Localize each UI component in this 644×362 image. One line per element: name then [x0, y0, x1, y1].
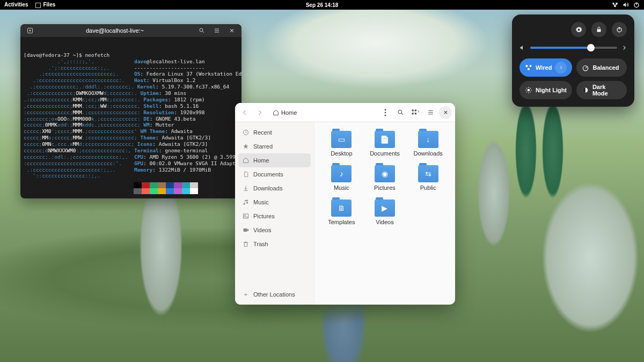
svg-rect-2 — [614, 5, 616, 7]
folder-label: Videos — [376, 219, 393, 225]
folder-label: Downloads — [413, 150, 442, 157]
sidebar-label: Starred — [253, 143, 273, 150]
svg-point-8 — [385, 114, 386, 116]
sidebar-item-starred[interactable]: Starred — [238, 139, 311, 153]
folder-label: Public — [420, 184, 436, 191]
dark-mode-toggle[interactable]: Dark Mode — [576, 81, 627, 99]
view-icon-button[interactable] — [409, 106, 422, 119]
svg-rect-17 — [244, 228, 247, 232]
back-button[interactable] — [238, 106, 251, 119]
sidebar-item-downloads[interactable]: Downloads — [238, 181, 311, 195]
files-sidebar: RecentStarredHomeDocumentsDownloadsMusic… — [235, 122, 314, 305]
svg-rect-1 — [616, 3, 618, 4]
folder-music[interactable]: ♪Music — [320, 165, 363, 200]
folder-pictures[interactable]: ◉Pictures — [363, 165, 407, 200]
svg-rect-15 — [244, 214, 248, 218]
clock[interactable]: Sep 26 14:18 — [306, 2, 339, 8]
settings-button[interactable] — [571, 22, 586, 37]
activities-button[interactable]: Activities — [4, 2, 28, 8]
file-grid[interactable]: ▭Desktop📄Documents↓Downloads♪Music◉Pictu… — [314, 122, 455, 305]
close-button[interactable] — [439, 106, 452, 119]
balanced-label: Balanced — [592, 64, 619, 71]
wired-toggle[interactable]: Wired — [519, 58, 572, 77]
svg-rect-0 — [613, 3, 614, 4]
sidebar-item-pictures[interactable]: Pictures — [238, 209, 311, 223]
balanced-toggle[interactable]: Balanced — [576, 58, 627, 77]
chevron-right-icon[interactable] — [621, 45, 627, 50]
volume-icon[interactable] — [623, 2, 629, 8]
search-button[interactable] — [195, 24, 208, 37]
doc-icon — [243, 171, 249, 178]
trash-icon — [243, 241, 249, 247]
view-list-button[interactable] — [424, 106, 437, 119]
svg-rect-20 — [526, 65, 528, 67]
terminal-titlebar[interactable]: dave@localhost-live:~ — [20, 24, 241, 37]
star-icon — [243, 143, 249, 150]
vid-icon — [243, 227, 249, 233]
folder-templates[interactable]: 🗎Templates — [320, 200, 363, 234]
sidebar-label: Trash — [253, 241, 268, 247]
sidebar-item-recent[interactable]: Recent — [238, 125, 311, 139]
folder-icon: ↓ — [418, 131, 438, 148]
folder-public[interactable]: ⇆Public — [406, 165, 450, 200]
power-button[interactable] — [612, 22, 627, 37]
dark-mode-icon — [582, 86, 589, 94]
folder-videos[interactable]: ▶Videos — [363, 200, 407, 234]
volume-min-icon[interactable] — [519, 45, 526, 51]
power-icon[interactable] — [633, 2, 640, 8]
svg-rect-18 — [597, 29, 601, 32]
svg-rect-21 — [530, 65, 532, 67]
sidebar-label: Documents — [253, 171, 283, 178]
sidebar-item-documents[interactable]: Documents — [238, 167, 311, 181]
sidebar-label: Videos — [253, 227, 271, 233]
quick-settings-panel: Wired Balanced Night Light Dark Mode — [512, 14, 634, 107]
sidebar-label: Other Locations — [253, 291, 295, 298]
new-tab-button[interactable] — [24, 24, 36, 37]
svg-point-5 — [200, 28, 203, 32]
night-light-label: Night Light — [536, 87, 567, 93]
close-button[interactable] — [225, 24, 238, 37]
network-icon[interactable] — [612, 2, 618, 8]
lock-button[interactable] — [591, 22, 606, 37]
menu-button[interactable] — [210, 24, 223, 37]
files-topbar-button[interactable]: Files — [35, 2, 55, 8]
path-bar[interactable]: Home — [268, 106, 377, 120]
down-icon — [243, 185, 249, 191]
folder-downloads[interactable]: ↓Downloads — [406, 131, 450, 165]
terminal-output[interactable]: [dave@fedora-37 ~]$ neofetch .',;::::;,'… — [20, 37, 241, 198]
volume-slider[interactable] — [530, 47, 617, 49]
folder-icon: ▶ — [375, 200, 395, 217]
search-button[interactable] — [394, 106, 407, 119]
home-icon — [273, 109, 279, 116]
files-toolbar: Home — [235, 103, 455, 122]
path-label: Home — [281, 109, 297, 116]
folder-desktop[interactable]: ▭Desktop — [320, 131, 363, 165]
sidebar-item-music[interactable]: Music — [238, 195, 311, 209]
slider-thumb[interactable] — [587, 44, 595, 51]
folder-documents[interactable]: 📄Documents — [363, 131, 407, 165]
folder-icon: ▭ — [331, 131, 352, 148]
terminal-window: dave@localhost-live:~ [dave@fedora-37 ~]… — [20, 24, 241, 198]
dark-mode-label: Dark Mode — [592, 84, 621, 97]
home-icon — [243, 157, 249, 164]
sidebar-item-home[interactable]: Home — [238, 153, 311, 167]
power-mode-icon — [582, 64, 589, 71]
sidebar-item-trash[interactable]: Trash — [238, 237, 311, 251]
folder-icon: ◉ — [375, 165, 395, 182]
location-menu-button[interactable] — [379, 106, 392, 119]
folder-icon: ⇆ — [418, 165, 438, 182]
sidebar-item-other-locations[interactable]: +Other Locations — [238, 287, 311, 301]
svg-point-24 — [528, 89, 530, 92]
folder-icon: 📄 — [375, 131, 395, 148]
wired-expand-icon[interactable] — [555, 62, 567, 73]
forward-button[interactable] — [253, 106, 266, 119]
sidebar-label: Music — [253, 199, 269, 205]
plus-icon: + — [243, 291, 249, 298]
sidebar-item-videos[interactable]: Videos — [238, 223, 311, 237]
terminal-title: dave@localhost-live:~ — [36, 27, 193, 34]
wired-label: Wired — [536, 64, 552, 71]
night-light-toggle[interactable]: Night Light — [519, 81, 572, 99]
folder-label: Documents — [370, 150, 400, 157]
folder-label: Templates — [328, 219, 355, 225]
svg-rect-11 — [415, 109, 416, 111]
